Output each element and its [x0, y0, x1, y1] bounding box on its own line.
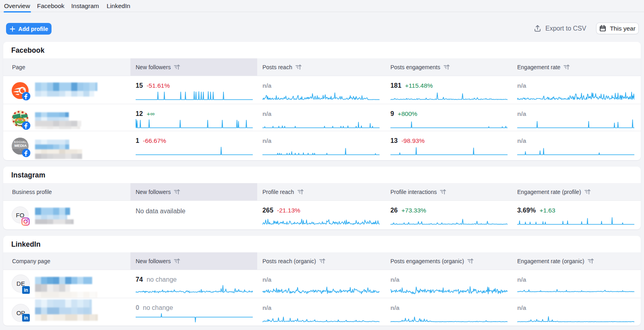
svg-text:MEDIA: MEDIA: [14, 143, 27, 148]
svg-text:in: in: [24, 287, 28, 293]
svg-text:in: in: [24, 315, 28, 321]
